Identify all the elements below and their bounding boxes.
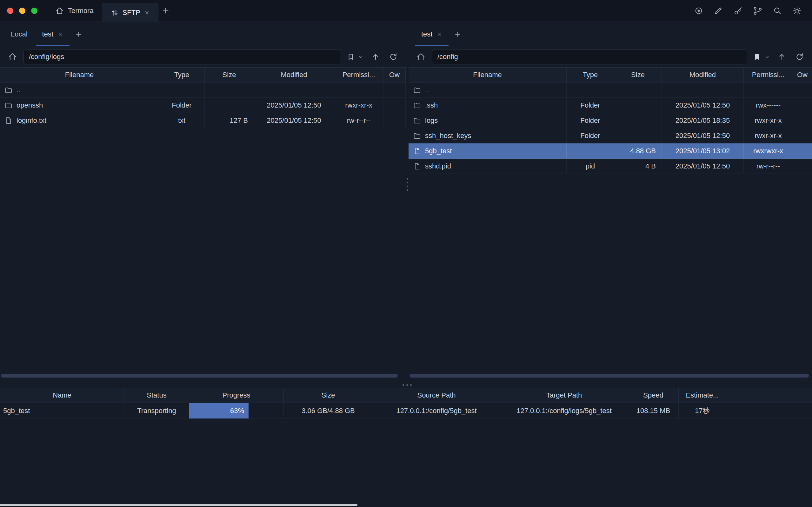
close-icon[interactable] — [437, 32, 442, 37]
table-row[interactable]: .. — [0, 82, 406, 98]
column-header-type[interactable]: Type — [566, 68, 614, 82]
column-header-size[interactable]: Size — [614, 68, 662, 82]
splitter-handle-dots — [407, 178, 408, 191]
transfer-target-cell: 127.0.0.1:/config/logs/5gb_test — [500, 403, 628, 418]
right-bookmark-button[interactable] — [752, 50, 762, 63]
record-button[interactable] — [691, 3, 706, 18]
transfer-row[interactable]: 5gb_test Transporting 63% 3.06 GB/4.88 G… — [0, 403, 812, 419]
folder-icon — [4, 101, 13, 109]
right-path-input[interactable] — [432, 49, 747, 64]
column-header-modified[interactable]: Modified — [254, 68, 334, 82]
column-header-type[interactable]: Type — [159, 68, 205, 82]
permissions-cell — [744, 82, 793, 98]
filename-text: .. — [16, 86, 20, 94]
left-path-input[interactable] — [23, 49, 341, 64]
chevron-down-icon — [359, 55, 363, 59]
table-row[interactable]: loginfo.txt txt 127 B 2025/01/05 12:50 r… — [0, 113, 406, 128]
refresh-icon — [389, 52, 398, 61]
bottom-horizontal-scrollbar[interactable] — [0, 504, 358, 506]
close-icon[interactable] — [144, 10, 150, 15]
right-new-tab-button[interactable] — [450, 27, 465, 42]
filename-cell: ssh_host_keys — [409, 128, 566, 144]
size-cell — [614, 98, 662, 113]
type-cell: Folder — [566, 98, 614, 113]
minimize-window-button[interactable] — [19, 8, 25, 14]
column-header-size[interactable]: Size — [205, 68, 254, 82]
search-button[interactable] — [770, 3, 785, 18]
size-cell — [614, 128, 662, 144]
transfer-speed-cell: 108.15 MB — [628, 403, 679, 418]
right-bookmark-dropdown-button[interactable] — [763, 50, 771, 63]
branch-button[interactable] — [750, 3, 765, 18]
splitter-handle-dots — [402, 384, 412, 386]
folder-icon — [413, 132, 421, 140]
arrow-up-icon — [371, 52, 380, 61]
vertical-splitter[interactable] — [406, 22, 409, 382]
permissions-cell: rwxr-xr-x — [744, 113, 793, 128]
left-bookmark-dropdown-button[interactable] — [357, 50, 365, 63]
left-home-button[interactable] — [6, 50, 19, 63]
permissions-cell: rwxr-xr-x — [744, 128, 793, 144]
table-row[interactable]: sshd.pid pid 4 B 2025/01/05 12:50 rw-r--… — [409, 159, 812, 174]
tab-test-right[interactable]: test — [415, 22, 448, 46]
search-icon — [773, 6, 782, 15]
plus-icon — [161, 6, 170, 15]
filename-cell: .ssh — [409, 98, 566, 113]
close-window-button[interactable] — [7, 8, 13, 14]
filename-text: loginfo.txt — [16, 116, 46, 125]
horizontal-splitter[interactable] — [0, 382, 812, 388]
tab-test-right-label: test — [421, 30, 432, 38]
modified-cell — [662, 82, 744, 98]
owner-cell — [793, 128, 812, 144]
right-parent-dir-button[interactable] — [775, 50, 789, 63]
owner-cell — [793, 159, 812, 174]
table-row[interactable]: .ssh Folder 2025/01/05 12:50 rwx------ — [409, 98, 812, 113]
tab-local[interactable]: Local — [4, 22, 34, 46]
tab-test-left[interactable]: test — [36, 22, 69, 46]
type-cell: Folder — [159, 98, 205, 113]
table-row[interactable]: ssh_host_keys Folder 2025/01/05 12:50 rw… — [409, 128, 812, 144]
zoom-window-button[interactable] — [31, 8, 38, 14]
right-refresh-button[interactable] — [793, 50, 806, 63]
plus-icon — [453, 30, 462, 38]
table-row[interactable]: .. — [409, 82, 812, 98]
type-cell: pid — [566, 159, 614, 174]
column-header-modified[interactable]: Modified — [662, 68, 744, 82]
column-header-filename[interactable]: Filename — [409, 68, 566, 82]
settings-button[interactable] — [790, 3, 804, 18]
left-bookmark-button[interactable] — [345, 50, 356, 63]
column-header-permissions[interactable]: Permissi... — [334, 68, 383, 82]
bookmark-icon — [347, 53, 355, 61]
type-cell: Folder — [566, 128, 614, 144]
bookmark-filled-icon — [753, 53, 761, 61]
column-header-filename[interactable]: Filename — [0, 68, 159, 82]
close-icon[interactable] — [58, 32, 63, 37]
size-cell — [205, 82, 254, 98]
branch-icon — [753, 6, 762, 15]
horizontal-scrollbar[interactable] — [410, 374, 809, 378]
termora-window: Termora SFTP — [0, 0, 812, 507]
column-header-permissions[interactable]: Permissi... — [744, 68, 793, 82]
transfer-progress-cell: 63% — [189, 403, 284, 418]
table-row-selected[interactable]: 5gb_test 4.88 GB 2025/01/05 13:02 rwxrwx… — [409, 144, 812, 159]
keys-button[interactable] — [731, 3, 745, 18]
pencil-icon — [714, 6, 723, 15]
permissions-cell: rwxrwxr-x — [744, 144, 793, 159]
right-home-button[interactable] — [414, 50, 428, 63]
filename-text: openssh — [16, 101, 43, 109]
edit-button[interactable] — [711, 3, 726, 18]
column-header-owner[interactable]: Ow — [383, 68, 406, 82]
left-refresh-button[interactable] — [387, 50, 400, 63]
modified-cell — [254, 82, 334, 98]
table-row[interactable]: logs Folder 2025/01/05 18:35 rwxr-xr-x — [409, 113, 812, 128]
left-parent-dir-button[interactable] — [369, 50, 382, 63]
table-row[interactable]: openssh Folder 2025/01/05 12:50 rwxr-xr-… — [0, 98, 406, 113]
tab-termora[interactable]: Termora — [47, 3, 102, 18]
new-tab-button[interactable] — [158, 3, 173, 18]
gear-icon — [792, 6, 802, 15]
column-header-owner[interactable]: Ow — [793, 68, 812, 82]
progress-bar-fill: 63% — [189, 403, 249, 418]
horizontal-scrollbar[interactable] — [1, 374, 398, 378]
left-new-tab-button[interactable] — [71, 27, 86, 42]
tab-sftp[interactable]: SFTP — [102, 3, 158, 22]
